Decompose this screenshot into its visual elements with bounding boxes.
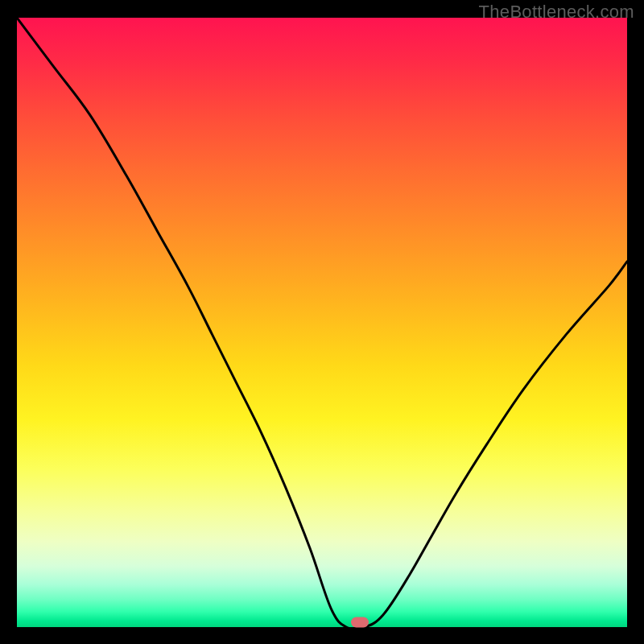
bottleneck-curve [17, 18, 627, 627]
chart-frame: TheBottleneck.com [0, 0, 644, 644]
plot-area [17, 18, 627, 627]
watermark-text: TheBottleneck.com [479, 2, 634, 23]
optimal-point-marker [351, 617, 369, 627]
